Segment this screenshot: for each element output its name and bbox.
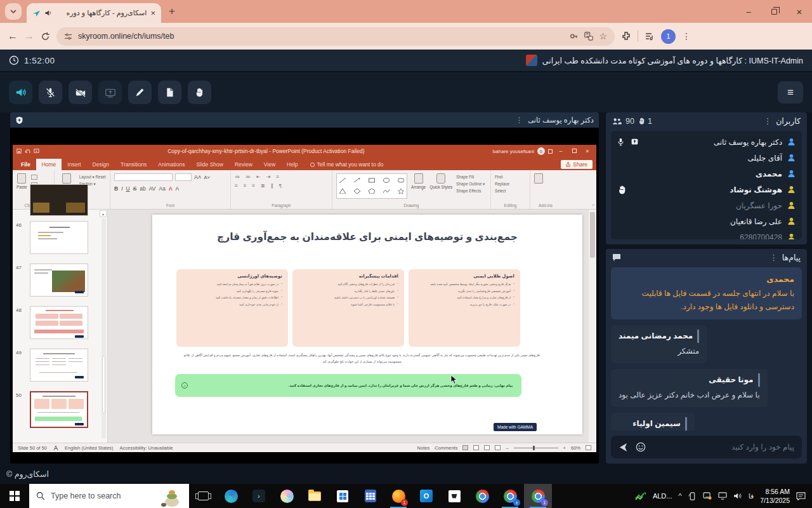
columns-icon[interactable]: ∥: [271, 184, 273, 189]
collapse-ribbon-icon[interactable]: ^: [593, 203, 594, 208]
url-omnibox[interactable]: skyroom.online/ch/iums/teb ☆: [56, 27, 615, 46]
gamma-badge[interactable]: Made with GAMMA: [494, 423, 537, 431]
site-settings-icon[interactable]: [64, 32, 72, 41]
task-view-button[interactable]: [189, 484, 217, 508]
character-spacing-button[interactable]: ab: [140, 185, 145, 192]
users-menu-icon[interactable]: ⋮: [764, 116, 772, 126]
strikethrough-button[interactable]: S: [133, 185, 137, 192]
language-indicator[interactable]: English (United States): [65, 445, 114, 451]
spellcheck-icon[interactable]: [53, 445, 58, 451]
slide-thumbnail-50-selected[interactable]: [30, 391, 88, 428]
tell-me-box[interactable]: Tell me what you want to do: [310, 161, 384, 170]
kebab-menu-icon[interactable]: ⋮: [516, 116, 523, 124]
paste-button[interactable]: Paste: [16, 173, 27, 201]
shape-outline-button[interactable]: Shape Outline ▾: [456, 180, 485, 187]
comments-button[interactable]: Comments: [435, 445, 457, 451]
ribbon-tab-transitions[interactable]: Transitions: [115, 159, 152, 170]
shapes-gallery[interactable]: [336, 173, 407, 199]
bullets-icon[interactable]: ≔: [235, 175, 240, 180]
line-spacing-icon[interactable]: ≡: [276, 175, 279, 180]
share-button[interactable]: Share: [561, 160, 593, 169]
calculator-app[interactable]: [357, 484, 384, 508]
slide-thumbnail-partial[interactable]: [30, 184, 88, 216]
user-row[interactable]: 6280700428: [617, 229, 796, 239]
shape-fill-button[interactable]: Shape Fill: [456, 173, 485, 180]
font-size-box[interactable]: [175, 173, 192, 181]
ppt-account-name[interactable]: bahare yousefsani: [493, 149, 534, 154]
slide-thumbnail-46[interactable]: [30, 221, 88, 254]
zoom-level[interactable]: 60%: [571, 445, 580, 451]
taskbar-search-box[interactable]: Type here to search: [29, 484, 189, 508]
ppt-restore-button[interactable]: [569, 148, 579, 154]
ribbon-tab-review[interactable]: Review: [229, 159, 258, 170]
files-button[interactable]: [158, 81, 181, 104]
select-button[interactable]: Select: [495, 187, 509, 194]
window-close-button[interactable]: ×: [787, 0, 812, 23]
ribbon-tab-file[interactable]: File: [15, 159, 36, 170]
zoom-out-icon[interactable]: –: [506, 445, 508, 451]
back-button[interactable]: ←: [8, 30, 18, 42]
start-button[interactable]: [0, 484, 29, 508]
user-row[interactable]: آقای جلیلی: [617, 150, 796, 166]
user-row[interactable]: علی رضا قانعیان: [617, 213, 796, 229]
search-highlight-image[interactable]: [160, 486, 185, 508]
grow-font-icon[interactable]: A˄: [194, 174, 201, 180]
slide-sorter-view-icon[interactable]: [473, 445, 479, 450]
shape-effects-button[interactable]: Shape Effects: [456, 187, 485, 194]
browser-menu-icon[interactable]: ⋮: [682, 31, 691, 41]
raise-hand-button[interactable]: [188, 81, 211, 104]
outlook-app[interactable]: O: [412, 484, 440, 508]
chrome-app-2[interactable]: ‖: [496, 484, 524, 508]
slide-thumbnail-47[interactable]: [30, 264, 88, 297]
indent-increase-icon[interactable]: ⇥: [266, 175, 271, 180]
ribbon-tab-insert[interactable]: Insert: [62, 159, 86, 170]
save-icon[interactable]: [16, 149, 22, 154]
clear-formatting-button[interactable]: Aa: [159, 185, 166, 192]
forward-button[interactable]: →: [24, 30, 34, 42]
microphone-button[interactable]: [39, 81, 62, 104]
url-text[interactable]: skyroom.online/ch/iums/teb: [78, 32, 564, 41]
browser-tab[interactable]: اسکای‌روم - کارگاهها و دوره ×: [27, 3, 161, 23]
accessibility-indicator[interactable]: Accessibility: Unavailable: [120, 445, 173, 451]
ribbon-tab-view[interactable]: View: [258, 159, 281, 170]
notification-center-icon[interactable]: [796, 492, 806, 500]
user-row[interactable]: محمدی: [617, 166, 796, 182]
ribbon-tab-help[interactable]: Help: [281, 159, 303, 170]
align-center-icon[interactable]: ≡: [244, 184, 247, 189]
phone-link-app[interactable]: ›: [245, 484, 273, 508]
text-direction-icon[interactable]: ¶: [279, 184, 282, 189]
highlight-button[interactable]: A: [176, 185, 180, 192]
ribbon-tab-animations[interactable]: Animations: [152, 159, 190, 170]
font-color-button[interactable]: A: [169, 185, 173, 192]
emoji-icon[interactable]: [636, 442, 646, 452]
cut-icon[interactable]: [31, 175, 37, 180]
bold-button[interactable]: B: [114, 185, 118, 192]
media-controls-icon[interactable]: [645, 31, 655, 41]
main-menu-button[interactable]: ≡: [778, 81, 803, 104]
volume-tray-icon[interactable]: [733, 492, 742, 500]
zoom-slider[interactable]: [514, 448, 558, 448]
replace-button[interactable]: Replace: [495, 180, 509, 187]
tab-search-button[interactable]: [5, 3, 22, 20]
notes-button[interactable]: Notes: [417, 445, 430, 451]
undo-icon[interactable]: [25, 149, 30, 154]
align-right-icon[interactable]: ≡: [252, 184, 255, 189]
ribbon-tab-slideshow[interactable]: Slide Show: [190, 159, 229, 170]
thumbnail-scrollbar[interactable]: [102, 218, 106, 439]
message-card[interactable]: محمد رمضانی میمند متشکر: [611, 325, 707, 363]
microsoft-store-app[interactable]: [329, 484, 357, 508]
profile-avatar[interactable]: 1: [661, 29, 676, 44]
document-app[interactable]: [440, 484, 468, 508]
ppt-minimize-button[interactable]: –: [556, 148, 566, 154]
thumbnail-scroll-up-icon[interactable]: ▲: [100, 210, 107, 217]
message-input[interactable]: [653, 443, 794, 451]
user-row[interactable]: حورا عسگریان: [617, 197, 796, 213]
current-slide[interactable]: جمع‌بندی و توصیه‌های ایمنی برای علاقه‌من…: [152, 215, 582, 434]
rotation-lock-tray-icon[interactable]: [688, 492, 697, 500]
addins-button[interactable]: [534, 173, 543, 201]
align-left-icon[interactable]: ≡: [235, 184, 238, 189]
fit-slide-icon[interactable]: [586, 445, 591, 450]
find-button[interactable]: Find: [495, 173, 509, 180]
chrome-app-active[interactable]: 1: [524, 484, 552, 508]
tab-close-icon[interactable]: ×: [150, 8, 155, 18]
